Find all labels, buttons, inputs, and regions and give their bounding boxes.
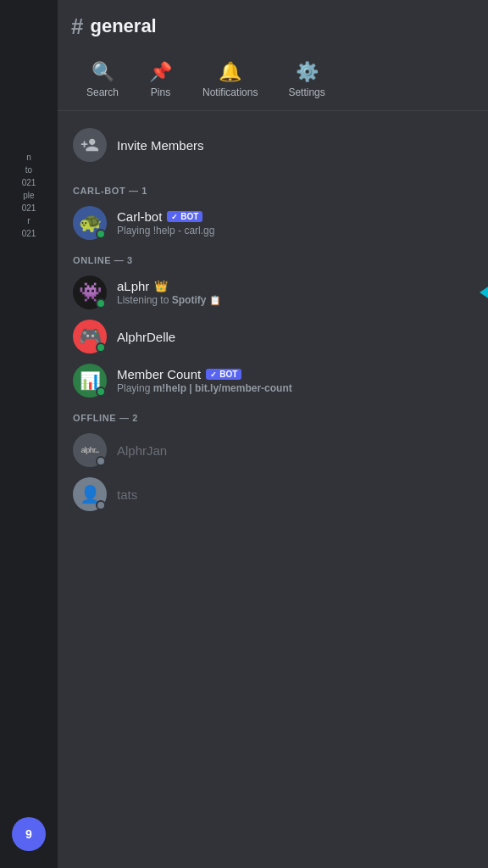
crown-icon: 👑 [154, 280, 168, 292]
member-item-alphrjan[interactable]: alphr...AlphrJan [64, 428, 481, 472]
avatar-wrapper-alphr: 👾 [73, 275, 107, 309]
avatar-wrapper-carl-bot: 🐢 [73, 206, 107, 240]
toolbar: 🔍 Search 📌 Pins 🔔 Notifications ⚙️ Setti… [58, 53, 488, 111]
sidebar-partial-num-1: 021 [22, 178, 36, 187]
avatar-wrapper-alphrjan: alphr... [73, 433, 107, 467]
hash-icon: # [71, 15, 83, 37]
settings-button[interactable]: ⚙️ Settings [273, 53, 340, 110]
sidebar-partial-num-2: 021 [22, 203, 36, 213]
settings-label: Settings [288, 86, 324, 98]
invite-members-button[interactable]: Invite Members [64, 121, 481, 169]
section-header-offline: OFFLINE — 2 [64, 403, 481, 428]
channel-header: # general 🔍 Search 📌 Pins 🔔 Notification… [58, 0, 488, 111]
member-info-alphrdelle: AlphrDelle [117, 330, 175, 344]
avatar-wrapper-tats: 👤 [73, 477, 107, 511]
add-person-icon [80, 136, 99, 154]
status-dot-carl-bot [96, 229, 106, 239]
member-info-membercount: Member Count✓ BOTPlaying m!help | bit.ly… [117, 367, 292, 394]
notifications-icon: 🔔 [219, 63, 241, 81]
settings-icon: ⚙️ [296, 63, 319, 81]
member-item-membercount[interactable]: 📊Member Count✓ BOTPlaying m!help | bit.l… [64, 359, 481, 403]
channel-title: # general [71, 15, 474, 37]
name-row-alphrjan: AlphrJan [117, 443, 167, 458]
member-activity-alphr: Listening to Spotify 📋 [117, 294, 221, 306]
sidebar-partial-text-4: r [27, 216, 30, 225]
sidebar-strip: n to 021 ple 021 r 021 9 [0, 0, 58, 868]
name-row-alphrdelle: AlphrDelle [117, 330, 175, 344]
sidebar-partial-text-3: ple [23, 191, 34, 200]
notifications-button[interactable]: 🔔 Notifications [187, 53, 273, 110]
sidebar-bottom-icon: 9 [25, 827, 32, 841]
main-panel: # general 🔍 Search 📌 Pins 🔔 Notification… [58, 0, 488, 868]
bot-badge-carl-bot: ✓ BOT [167, 211, 202, 222]
member-info-alphr: aLphr👑Listening to Spotify 📋 [117, 279, 221, 306]
invite-label: Invite Members [117, 138, 204, 153]
section-header-online: ONLINE — 3 [64, 245, 481, 270]
search-button[interactable]: 🔍 Search [71, 53, 134, 110]
arrow-annotation [480, 282, 488, 303]
search-label: Search [86, 86, 119, 98]
member-info-tats: tats [117, 487, 137, 502]
member-activity-membercount: Playing m!help | bit.ly/member-count [117, 382, 292, 394]
member-name-carl-bot: Carl-bot [117, 209, 162, 224]
sidebar-partial-text-2: to [25, 165, 32, 175]
name-row-carl-bot: Carl-bot✓ BOT [117, 209, 214, 224]
member-item-carl-bot[interactable]: 🐢Carl-bot✓ BOTPlaying !help - carl.gg [64, 201, 481, 245]
member-name-alphrdelle: AlphrDelle [117, 330, 175, 344]
status-dot-alphrdelle [96, 342, 106, 353]
member-item-alphr[interactable]: 👾aLphr👑Listening to Spotify 📋 [64, 270, 481, 314]
sidebar-bottom-avatar[interactable]: 9 [12, 817, 46, 851]
sidebar-partial-text-1: n [26, 153, 31, 162]
pins-label: Pins [151, 86, 170, 98]
pins-icon: 📌 [149, 63, 172, 81]
status-dot-alphr [96, 298, 106, 309]
status-dot-membercount [96, 387, 106, 397]
members-area: Invite Members CARL-BOT — 1🐢Carl-bot✓ BO… [58, 111, 488, 526]
section-header-carl-bot: CARL-BOT — 1 [64, 175, 481, 201]
name-row-tats: tats [117, 487, 137, 502]
status-dot-tats [96, 500, 106, 510]
avatar-wrapper-membercount: 📊 [73, 364, 107, 398]
member-item-alphrdelle[interactable]: 🎮AlphrDelle [64, 314, 481, 359]
invite-avatar [73, 128, 107, 162]
member-info-carl-bot: Carl-bot✓ BOTPlaying !help - carl.gg [117, 209, 214, 236]
member-name-alphr: aLphr [117, 279, 149, 293]
member-item-tats[interactable]: 👤tats [64, 472, 481, 516]
member-name-alphrjan: AlphrJan [117, 443, 167, 458]
bot-badge-membercount: ✓ BOT [206, 369, 241, 380]
channel-name: general [90, 15, 156, 37]
status-dot-alphrjan [96, 456, 106, 466]
search-icon: 🔍 [92, 63, 114, 81]
name-row-alphr: aLphr👑 [117, 279, 221, 293]
member-info-alphrjan: AlphrJan [117, 443, 167, 458]
member-activity-carl-bot: Playing !help - carl.gg [117, 225, 214, 236]
avatar-wrapper-alphrdelle: 🎮 [73, 320, 107, 353]
pins-button[interactable]: 📌 Pins [134, 53, 187, 110]
sidebar-partial-num-3: 021 [22, 229, 36, 238]
sections-container: CARL-BOT — 1🐢Carl-bot✓ BOTPlaying !help … [64, 175, 481, 516]
member-name-tats: tats [117, 487, 137, 502]
arrow-head-left [480, 282, 488, 303]
name-row-membercount: Member Count✓ BOT [117, 367, 292, 381]
notifications-label: Notifications [202, 86, 258, 98]
member-name-membercount: Member Count [117, 367, 201, 381]
